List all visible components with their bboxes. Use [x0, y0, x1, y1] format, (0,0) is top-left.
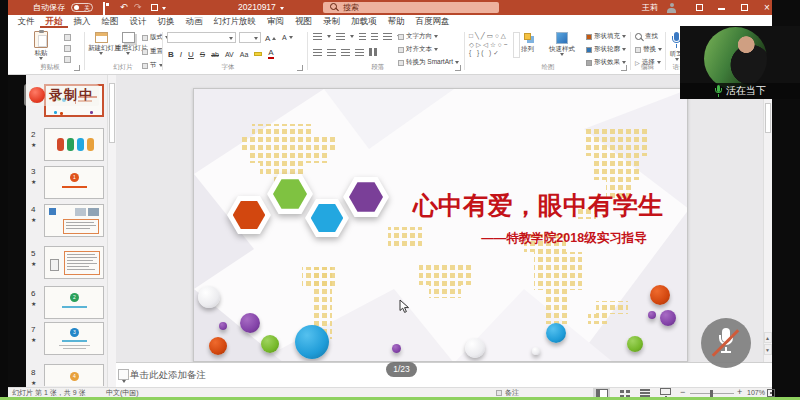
arrange-button[interactable]: 排列 [521, 33, 534, 52]
thumbnail-slide-7[interactable]: 3 [44, 322, 104, 355]
increase-indent-icon[interactable] [371, 33, 378, 40]
font-size-select[interactable] [239, 32, 261, 43]
tab-addins[interactable]: 加载项 [346, 15, 383, 28]
justify-icon[interactable] [355, 49, 364, 56]
tab-animations[interactable]: 动画 [180, 15, 208, 28]
paste-button[interactable]: 粘贴 [34, 31, 48, 60]
align-left-icon[interactable] [313, 49, 322, 56]
clear-format-button[interactable]: ab [211, 51, 219, 58]
thumbnail-slide-2[interactable] [44, 128, 104, 161]
columns-icon[interactable] [369, 48, 377, 56]
font-name-select[interactable] [167, 32, 236, 43]
highlight-icon[interactable] [254, 52, 262, 56]
mute-button[interactable] [701, 318, 751, 368]
clipboard-dialog-launcher-icon[interactable] [74, 65, 80, 71]
qat-dropdown-icon[interactable] [162, 7, 166, 10]
status-bar: 幻灯片 第 1 张，共 9 张 中文(中国) 备注 − + 107% [8, 387, 772, 397]
thumbnail-slide-6[interactable]: 2 [44, 286, 104, 319]
strikethrough-button[interactable]: S [200, 50, 205, 59]
grow-font-icon[interactable]: A [265, 34, 276, 43]
ribbon-display-options-icon[interactable] [696, 4, 703, 11]
notes-placeholder[interactable]: 单击此处添加备注 [130, 369, 206, 382]
autosave-toggle[interactable]: 关 [71, 3, 93, 12]
thumbnail-slide-5[interactable] [44, 246, 104, 279]
thumbnail-slide-3[interactable]: 1 [44, 166, 104, 199]
reset-button[interactable]: 重置 [142, 47, 163, 56]
format-painter-icon[interactable] [64, 56, 71, 63]
zoom-in-button[interactable]: + [737, 387, 742, 397]
tab-help[interactable]: 帮助 [382, 15, 410, 28]
align-center-icon[interactable] [327, 49, 336, 56]
line-spacing-icon[interactable] [383, 33, 392, 40]
tab-insert[interactable]: 插入 [68, 15, 96, 28]
maximize-button[interactable] [741, 4, 748, 11]
zoom-slider-thumb[interactable] [710, 390, 713, 397]
font-color-button[interactable]: A [268, 49, 273, 59]
bullets-icon[interactable] [313, 33, 322, 40]
thumbnail-slide-8[interactable]: 4 [44, 364, 104, 386]
close-button[interactable]: × [764, 0, 770, 15]
tab-transitions[interactable]: 切换 [152, 15, 180, 28]
previous-slide-button[interactable]: ▲ [764, 332, 772, 343]
sphere [261, 335, 279, 353]
next-slide-button[interactable]: ▼ [764, 344, 772, 355]
sphere [532, 347, 540, 355]
sphere [392, 344, 401, 353]
shape-effects-button[interactable]: 形状效果 [586, 58, 626, 67]
fit-slide-to-window-button[interactable] [767, 389, 775, 397]
shape-outline-button[interactable]: 形状轮廓 [586, 45, 626, 54]
italic-button[interactable]: I [180, 50, 182, 59]
redo-icon[interactable]: ↷ [134, 0, 142, 15]
shrink-font-icon[interactable]: A [282, 34, 293, 41]
minimize-button[interactable] [718, 8, 725, 10]
align-right-icon[interactable] [341, 49, 350, 56]
zoom-out-button[interactable]: − [680, 387, 685, 397]
change-case-button[interactable]: Aa [240, 51, 249, 58]
notes-pane[interactable] [116, 362, 772, 387]
tab-record[interactable]: 录制 [318, 15, 346, 28]
tab-review[interactable]: 审阅 [262, 15, 290, 28]
bold-button[interactable]: B [168, 50, 174, 59]
slide-canvas[interactable]: 心中有爱，眼中有学生 ——特教学院2018级实习指导 [193, 88, 688, 362]
tab-baidu-netdisk[interactable]: 百度网盘 [410, 15, 455, 28]
slide-title: 心中有爱，眼中有学生 [396, 189, 680, 222]
font-dialog-launcher-icon[interactable] [297, 65, 303, 71]
paragraph-dialog-launcher-icon[interactable] [455, 65, 461, 71]
start-presentation-icon[interactable] [151, 4, 158, 11]
vertical-scrollbar-thumb[interactable] [765, 103, 771, 133]
new-slide-button[interactable]: 新建幻灯片 [88, 32, 114, 55]
thumbnail-slide-4[interactable] [44, 204, 104, 237]
slide-sorter-view-button[interactable] [620, 390, 624, 393]
cut-icon[interactable] [64, 34, 71, 41]
numbering-icon[interactable] [336, 33, 345, 40]
reuse-slides-button[interactable]: 重用幻灯片 [115, 32, 141, 55]
shape-fill-button[interactable]: 形状填充 [586, 32, 626, 41]
undo-icon[interactable]: ↶ [120, 0, 128, 15]
search-icon [330, 3, 339, 12]
find-button[interactable]: 查找 [635, 32, 658, 41]
align-text-button[interactable]: 对齐文本 [398, 45, 438, 54]
tab-slideshow[interactable]: 幻灯片放映 [208, 15, 262, 28]
copy-icon[interactable] [64, 45, 71, 52]
tab-view[interactable]: 视图 [290, 15, 318, 28]
tab-draw[interactable]: 绘图 [96, 15, 124, 28]
notes-collapse-button[interactable] [118, 369, 129, 380]
thumbnail-scrollbar-thumb[interactable] [109, 83, 115, 143]
recording-dot-icon [29, 87, 45, 103]
shapes-scroll[interactable] [513, 32, 520, 58]
title-dropdown-icon[interactable] [280, 7, 284, 10]
shapes-gallery[interactable]: □╲╱▭○△◇▷◁☆○~{ }( )✓ [469, 32, 510, 58]
tab-home[interactable]: 开始 [40, 15, 68, 28]
slideshow-view-button[interactable] [660, 388, 671, 395]
character-spacing-button[interactable]: AV [225, 51, 234, 58]
decrease-indent-icon[interactable] [359, 33, 366, 40]
layout-button[interactable]: 版式 [142, 33, 169, 42]
quick-styles-button[interactable]: 快速样式 [549, 32, 575, 56]
replace-button[interactable]: 替换 [635, 45, 662, 54]
tab-design[interactable]: 设计 [124, 15, 152, 28]
text-direction-button[interactable]: 文字方向 [398, 32, 438, 41]
tab-file[interactable]: 文件 [12, 15, 40, 28]
search-box[interactable]: 搜索 [323, 2, 499, 13]
underline-button[interactable]: U [188, 50, 194, 59]
reading-view-button[interactable] [640, 389, 650, 391]
